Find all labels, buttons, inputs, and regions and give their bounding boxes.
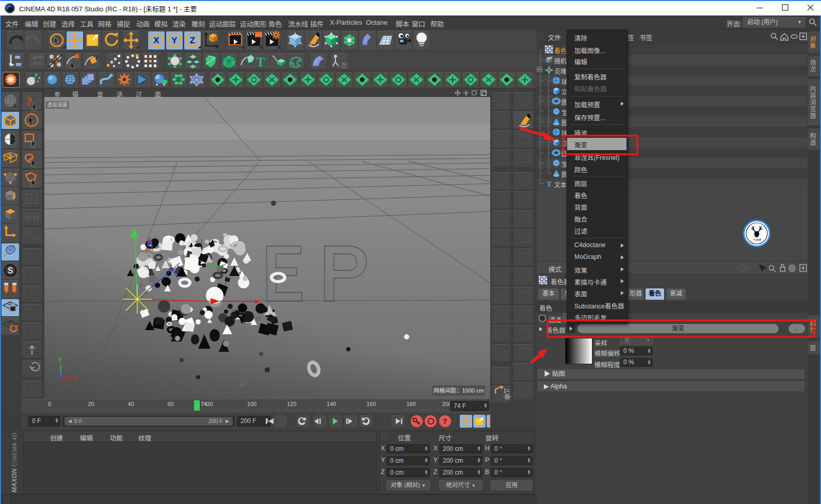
svg-text:1=: 1= (503, 387, 510, 394)
svg-text:T: T (546, 180, 552, 188)
svg-text:行走者: 行走者 (752, 238, 762, 241)
